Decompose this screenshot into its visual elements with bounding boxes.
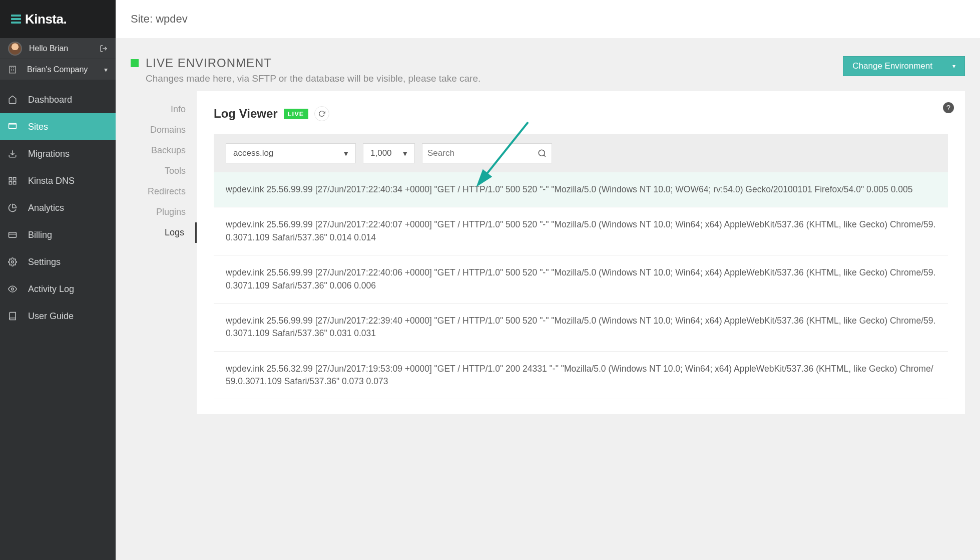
eye-icon <box>8 285 18 294</box>
log-limit-value: 1,000 <box>370 148 396 158</box>
nav-activity[interactable]: Activity Log <box>0 275 116 303</box>
nav-billing[interactable]: Billing <box>0 221 116 248</box>
gear-icon <box>8 257 18 266</box>
change-env-label: Change Environment <box>852 61 932 71</box>
chevron-down-icon: ▾ <box>952 63 955 70</box>
nav-label: Billing <box>28 230 52 240</box>
svg-rect-14 <box>9 177 12 180</box>
log-file-value: access.log <box>233 148 337 158</box>
sidebar: Kinsta. Hello Brian Brian's Company ▾ Da… <box>0 0 116 560</box>
nav-label: Analytics <box>28 203 64 213</box>
subnav-tools[interactable]: Tools <box>131 161 197 181</box>
nav-label: Sites <box>28 122 48 132</box>
nav-dns[interactable]: Kinsta DNS <box>0 167 116 194</box>
brand-logo[interactable]: Kinsta. <box>0 0 116 38</box>
log-entry[interactable]: wpdev.ink 25.56.99.99 [27/Jun/2017:22:40… <box>214 172 948 207</box>
env-subtitle: Changes made here, via SFTP or the datab… <box>146 73 480 84</box>
refresh-button[interactable] <box>314 106 329 121</box>
svg-rect-1 <box>11 18 21 20</box>
nav-label: Activity Log <box>28 284 74 295</box>
site-label: Site: wpdev <box>131 13 188 26</box>
subnav-domains[interactable]: Domains <box>131 120 197 140</box>
log-entry[interactable]: wpdev.ink 25.56.99.99 [27/Jun/2017:22:39… <box>214 304 948 352</box>
subnav-info[interactable]: Info <box>131 99 197 120</box>
chevron-down-icon: ▾ <box>344 148 348 159</box>
download-icon <box>8 149 18 158</box>
svg-point-20 <box>12 261 14 263</box>
topbar: Site: wpdev <box>116 0 980 38</box>
nav-dashboard[interactable]: Dashboard <box>0 86 116 113</box>
svg-rect-15 <box>14 177 16 180</box>
panel-title: Log Viewer <box>214 107 278 121</box>
live-badge: LIVE <box>284 109 308 119</box>
nav-guide[interactable]: User Guide <box>0 303 116 330</box>
nav-label: Dashboard <box>28 95 72 105</box>
main: Site: wpdev LIVE ENVIRONMENT Changes mad… <box>116 0 980 560</box>
svg-rect-17 <box>14 182 16 184</box>
svg-point-21 <box>12 288 14 291</box>
log-list: wpdev.ink 25.56.99.99 [27/Jun/2017:22:40… <box>214 172 948 399</box>
primary-nav: Dashboard Sites Migrations Kinsta DNS An… <box>0 80 116 330</box>
log-entry[interactable]: wpdev.ink 25.56.99.99 [27/Jun/2017:22:40… <box>214 207 948 255</box>
brand-name: Kinsta. <box>25 12 67 27</box>
svg-rect-4 <box>10 66 16 73</box>
site-subnav: Info Domains Backups Tools Redirects Plu… <box>131 91 197 414</box>
log-search-wrap <box>422 143 552 163</box>
log-entry[interactable]: wpdev.ink 25.56.32.99 [27/Jun/2017:19:53… <box>214 352 948 400</box>
nav-label: Settings <box>28 257 61 267</box>
company-row[interactable]: Brian's Company ▾ <box>0 59 116 80</box>
home-icon <box>8 95 18 104</box>
company-name: Brian's Company <box>27 65 88 74</box>
nav-label: Kinsta DNS <box>28 176 75 186</box>
avatar <box>8 42 22 56</box>
help-button[interactable]: ? <box>943 102 954 113</box>
nav-label: Migrations <box>28 149 70 159</box>
svg-line-23 <box>544 155 545 156</box>
nav-sites[interactable]: Sites <box>0 113 116 140</box>
book-icon <box>8 312 18 321</box>
nav-label: User Guide <box>28 311 74 322</box>
env-title: LIVE ENVIRONMENT <box>146 56 272 70</box>
grid-icon <box>8 176 18 185</box>
nav-migrations[interactable]: Migrations <box>0 140 116 167</box>
building-icon <box>8 65 17 74</box>
subnav-redirects[interactable]: Redirects <box>131 181 197 202</box>
brand-icon <box>10 13 22 25</box>
nav-settings[interactable]: Settings <box>0 248 116 275</box>
log-entry[interactable]: wpdev.ink 25.56.99.99 [27/Jun/2017:22:40… <box>214 255 948 304</box>
nav-analytics[interactable]: Analytics <box>0 194 116 221</box>
log-limit-select[interactable]: 1,000 ▾ <box>363 143 415 163</box>
log-search-input[interactable] <box>427 148 538 158</box>
card-icon <box>8 230 18 239</box>
subnav-logs[interactable]: Logs <box>131 222 197 243</box>
user-greeting: Hello Brian <box>29 44 68 53</box>
monitor-icon <box>8 122 18 131</box>
svg-rect-11 <box>9 123 17 129</box>
svg-point-22 <box>539 150 545 156</box>
svg-rect-0 <box>11 15 21 17</box>
change-environment-button[interactable]: Change Environment ▾ <box>843 56 965 76</box>
log-toolbar: access.log ▾ 1,000 ▾ <box>214 134 948 172</box>
user-row[interactable]: Hello Brian <box>0 38 116 59</box>
svg-rect-2 <box>11 22 21 24</box>
env-status-indicator <box>131 59 139 67</box>
subnav-plugins[interactable]: Plugins <box>131 202 197 222</box>
chevron-down-icon: ▾ <box>403 148 407 159</box>
env-header: LIVE ENVIRONMENT Changes made here, via … <box>131 56 965 84</box>
search-icon[interactable] <box>538 149 547 158</box>
log-panel: ? Log Viewer LIVE access.log ▾ <box>197 91 965 414</box>
svg-rect-16 <box>9 182 12 184</box>
subnav-backups[interactable]: Backups <box>131 140 197 161</box>
logout-icon[interactable] <box>100 45 108 53</box>
chevron-down-icon: ▾ <box>104 66 108 74</box>
pie-icon <box>8 203 18 212</box>
svg-rect-18 <box>9 232 17 238</box>
log-file-select[interactable]: access.log ▾ <box>226 143 356 163</box>
